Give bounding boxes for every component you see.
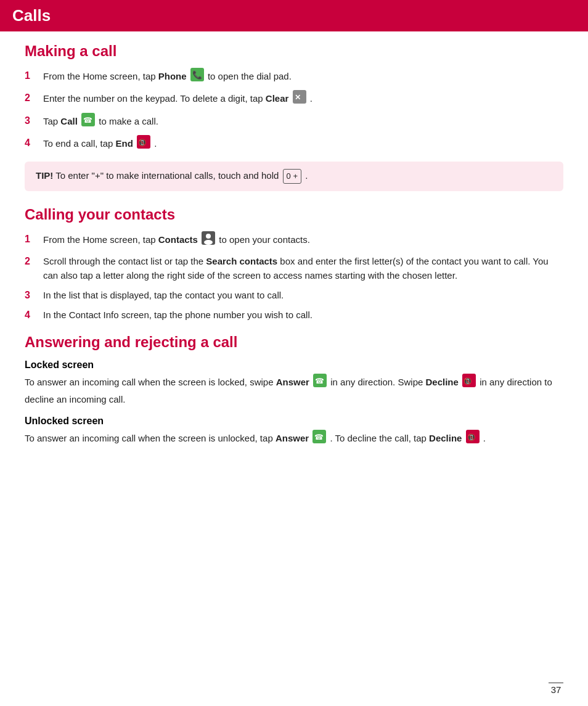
step-4-bold: End [116, 138, 133, 149]
step-num-3: 3 [25, 113, 43, 128]
tip-box: TIP! To enter "+" to make international … [25, 162, 563, 191]
svg-text:☎: ☎ [314, 433, 324, 441]
decline-bold-unlocked: Decline [429, 433, 462, 443]
svg-point-9 [206, 234, 211, 239]
contact-step-2: 2 Scroll through the contact list or tap… [25, 254, 563, 283]
section-title-calling-contacts: Calling your contacts [25, 206, 563, 223]
section-making-a-call: Making a call 1 From the Home screen, ta… [25, 43, 563, 191]
locked-screen-text: To answer an incoming call when the scre… [25, 374, 563, 407]
svg-text:📞: 📞 [192, 70, 203, 80]
unlocked-screen-text: To answer an incoming call when the scre… [25, 430, 563, 448]
contact-step-1: 1 From the Home screen, tap Contacts to … [25, 232, 563, 249]
svg-point-10 [204, 240, 213, 245]
answer-icon-locked: ☎ [313, 374, 327, 392]
step-text-1: From the Home screen, tap Phone 📞 to ope… [43, 68, 563, 86]
step-num-1: 1 [25, 68, 43, 83]
locked-screen-subsection: Locked screen To answer an incoming call… [25, 359, 563, 407]
svg-text:☎: ☎ [83, 116, 92, 125]
answer-bold-locked: Answer [276, 377, 309, 387]
svg-text:📵: 📵 [467, 433, 476, 441]
answer-icon-unlocked: ☎ [312, 430, 326, 448]
section-title-making-a-call: Making a call [25, 43, 563, 60]
contact-step-text-1: From the Home screen, tap Contacts to op… [43, 232, 563, 249]
step-text-3: Tap Call ☎ to make a call. [43, 113, 563, 131]
end-icon: 📵 [137, 135, 150, 152]
tip-text: To enter "+" to make international calls… [55, 170, 281, 181]
contact-step-text-2: Scroll through the contact list or tap t… [43, 254, 563, 283]
search-contacts-bold: Search contacts [206, 256, 277, 266]
page-title: Calls [12, 6, 573, 25]
contact-step-1-bold: Contacts [158, 234, 198, 245]
decline-icon-unlocked: 📵 [466, 430, 480, 448]
contact-step-text-3: In the list that is displayed, tap the c… [43, 288, 563, 302]
step-3: 3 Tap Call ☎ to make a call. [25, 113, 563, 131]
svg-text:📵: 📵 [463, 377, 472, 385]
step-text-4: To end a call, tap End 📵 . [43, 136, 563, 153]
contact-step-num-4: 4 [25, 308, 43, 322]
page-header: Calls [0, 0, 588, 31]
contacts-icon [202, 231, 215, 248]
contact-step-3: 3 In the list that is displayed, tap the… [25, 288, 563, 303]
contact-step-text-4: In the Contact Info screen, tap the phon… [43, 308, 563, 322]
step-1: 1 From the Home screen, tap Phone 📞 to o… [25, 68, 563, 86]
section-title-answering-rejecting: Answering and rejecting a call [25, 334, 563, 351]
step-num-2: 2 [25, 91, 43, 105]
unlocked-screen-subsection: Unlocked screen To answer an incoming ca… [25, 416, 563, 448]
svg-text:✕: ✕ [295, 93, 301, 102]
phone-icon: 📞 [190, 68, 204, 85]
zero-key-icon: 0 + [283, 169, 301, 184]
step-2-bold: Clear [266, 93, 289, 104]
tip-after: . [305, 170, 308, 181]
section-calling-contacts: Calling your contacts 1 From the Home sc… [25, 206, 563, 322]
calling-contacts-steps: 1 From the Home screen, tap Contacts to … [25, 232, 563, 322]
tip-label: TIP! [36, 170, 53, 181]
call-icon: ☎ [81, 113, 95, 130]
contact-step-num-3: 3 [25, 288, 43, 303]
step-num-4: 4 [25, 136, 43, 150]
page-number: 37 [549, 683, 563, 695]
contact-step-num-1: 1 [25, 232, 43, 247]
decline-bold-locked: Decline [425, 377, 458, 387]
svg-text:📵: 📵 [138, 138, 147, 147]
step-2: 2 Enter the number on the keypad. To del… [25, 91, 563, 108]
step-3-bold: Call [60, 116, 78, 126]
svg-text:☎: ☎ [315, 377, 324, 385]
locked-screen-title: Locked screen [25, 359, 563, 371]
step-text-2: Enter the number on the keypad. To delet… [43, 91, 563, 108]
page-content: Making a call 1 From the Home screen, ta… [0, 43, 588, 484]
unlocked-screen-title: Unlocked screen [25, 416, 563, 427]
decline-icon-locked: 📵 [462, 374, 476, 392]
answer-bold-unlocked: Answer [276, 433, 309, 443]
step-1-bold: Phone [158, 71, 187, 81]
clear-icon: ✕ [293, 90, 306, 107]
making-a-call-steps: 1 From the Home screen, tap Phone 📞 to o… [25, 68, 563, 153]
contact-step-num-2: 2 [25, 254, 43, 269]
section-answering-rejecting: Answering and rejecting a call Locked sc… [25, 334, 563, 448]
contact-step-4: 4 In the Contact Info screen, tap the ph… [25, 308, 563, 322]
step-4: 4 To end a call, tap End 📵 . [25, 136, 563, 153]
